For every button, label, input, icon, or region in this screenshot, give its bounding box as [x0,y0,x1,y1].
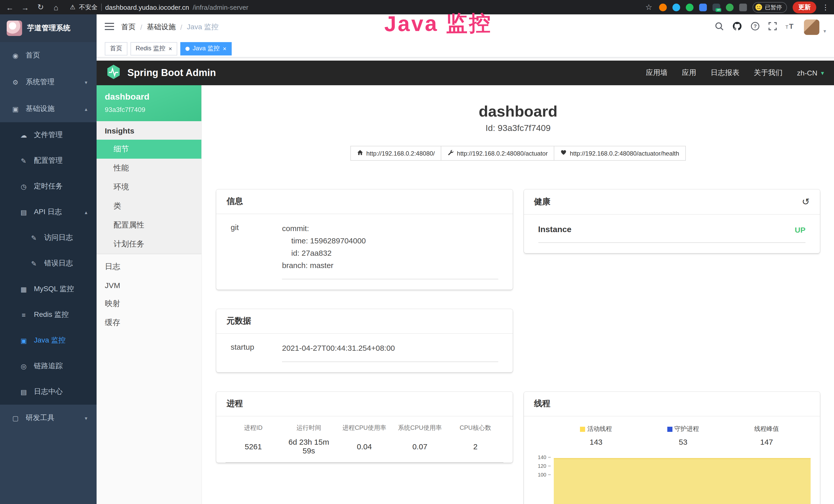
threads-legend: 活动线程 143 守护进程 53 线程峰值 147 [532,423,812,446]
forward-icon[interactable]: → [21,3,30,12]
sidebar-item-access-log[interactable]: ✎ 访问日志 [0,225,96,251]
info-card: 信息 git commit:time: 1596289704000id: 27a… [216,189,512,290]
chevron-down-icon: ▾ [85,79,87,85]
svg-text:T: T [786,25,788,30]
extension-icon-4[interactable] [699,3,707,11]
sidebar-item-config-manage[interactable]: ✎ 配置管理 [0,148,96,174]
hamburger-icon[interactable] [105,22,114,32]
sba-sidebar-item-performance[interactable]: 性能 [96,159,201,178]
app-title: 芋道管理系统 [27,24,70,33]
browser-menu-icon[interactable]: ⋮ [822,3,829,11]
spring-boot-admin: Spring Boot Admin 应用墙应用日志报表关于我们 zh-CN ▼ … [96,61,834,504]
gear-icon: ⚙ [11,78,20,86]
sidebar-item-dev-tools[interactable]: ▢ 研发工具 ▾ [0,405,96,431]
sba-brand-title: Spring Boot Admin [127,67,216,78]
tab-redis-monitor[interactable]: Redis 监控 × [130,42,177,55]
sidebar-item-home[interactable]: ◉ 首页 [0,42,96,69]
svg-text:T: T [789,22,793,30]
update-button[interactable]: 更新 [793,1,816,13]
url-host: dashboard.yudao.iocoder.cn [105,3,189,11]
endpoint-home-button[interactable]: http://192.168.0.2:48080/ [350,146,441,161]
bookmark-star-icon[interactable]: ☆ [644,3,654,12]
sidebar-item-label: API 日志 [34,207,62,217]
back-icon[interactable]: ← [5,3,14,12]
locale-label: zh-CN [797,69,817,77]
help-icon[interactable]: ? [750,22,760,33]
sidebar-item-label: 基础设施 [26,104,54,113]
paused-badge[interactable]: 已暂停 [752,2,787,13]
font-size-icon[interactable]: TT [786,22,796,32]
breadcrumb-separator: / [140,23,142,31]
sidebar-item-log-center[interactable]: ▤ 日志中心 [0,379,96,405]
extension-icon-6[interactable] [726,3,733,11]
endpoint-actuator-button[interactable]: http://192.168.0.2:48080/actuator [441,146,554,161]
reload-icon[interactable]: ↻ [36,3,45,12]
endpoint-health-button[interactable]: http://192.168.0.2:48080/actuator/health [554,146,686,161]
info-card-header: 信息 [216,189,512,214]
breadcrumb-item-infrastructure[interactable]: 基础设施 [147,23,176,32]
sba-sidebar-item-environment[interactable]: 环境 [96,178,201,197]
tab-java-monitor[interactable]: Java 监控 × [180,42,232,55]
sba-sidebar-item-config-props[interactable]: 配置属性 [96,216,201,235]
sidebar-item-trace[interactable]: ◎ 链路追踪 [0,353,96,379]
sidebar-item-scheduled-job[interactable]: ◷ 定时任务 [0,174,96,199]
heartbeat-icon [561,150,567,157]
sba-nav-applications[interactable]: 应用 [682,68,696,77]
sba-sidebar-item-mappings[interactable]: 映射 [96,294,201,313]
sba-nav-wall[interactable]: 应用墙 [646,68,667,77]
sidebar-item-infrastructure[interactable]: ▣ 基础设施 ▴ [0,95,96,122]
sba-sidebar-item-details[interactable]: 细节 [96,140,201,159]
github-icon[interactable] [732,21,742,33]
browser-home-icon[interactable]: ⌂ [51,3,61,12]
sba-nav-journal[interactable]: 日志报表 [711,68,740,77]
sba-nav-about[interactable]: 关于我们 [754,68,783,77]
health-card-title: 健康 [534,197,550,207]
search-icon[interactable] [715,22,724,33]
security-warning-label: 不安全 [79,3,97,12]
process-card-title: 进程 [226,398,243,409]
process-value: 0.07 [392,435,448,462]
locale-select[interactable]: zh-CN ▼ [797,69,825,77]
sba-main: dashboard Id: 93a3fc7f7409 http://192.16… [202,85,834,504]
url-path: /infra/admin-server [193,3,248,11]
history-icon[interactable]: ↺ [802,196,810,207]
sidebar-item-mysql-monitor[interactable]: ▦ MySQL 监控 [0,276,96,302]
sidebar-item-java-monitor[interactable]: ▣ Java 监控 [0,328,96,353]
sidebar-item-error-log[interactable]: ✎ 错误日志 [0,251,96,276]
page-instance-id: Id: 93a3fc7f7409 [216,123,820,134]
process-column-header: 进程ID [225,421,281,435]
sidebar-item-api-log[interactable]: ▤ API 日志 ▴ [0,199,96,225]
sidebar-logo[interactable]: 芋道管理系统 [0,15,96,42]
process-card: 进程 进程ID运行时间进程CPU使用率系统CPU使用率CPU核心数52616d … [216,392,512,463]
sidebar-menu: ◉ 首页 ⚙ 系统管理 ▾ ▣ 基础设施 ▴ ☁ 文件管理 ✎ 配置管理 ◷ 定… [0,42,96,431]
process-value: 2 [448,435,503,462]
sba-sidebar-item-caches[interactable]: 缓存 [96,313,201,332]
sba-header: Spring Boot Admin 应用墙应用日志报表关于我们 zh-CN ▼ [96,61,834,85]
metadata-key: startup [231,342,282,362]
chevron-down-icon: ▼ [820,70,825,76]
extension-icon-3[interactable] [686,3,694,11]
address-bar[interactable]: ⚠ 不安全 dashboard.yudao.iocoder.cn /infra/… [70,3,638,12]
close-icon[interactable]: × [169,45,172,52]
breadcrumb-item-home[interactable]: 首页 [121,23,136,32]
sba-sidebar-item-logs[interactable]: 日志 [96,257,201,276]
avatar[interactable] [804,20,819,35]
extension-icon-2[interactable] [673,3,680,11]
sba-sidebar-item-jvm[interactable]: JVM [96,276,201,294]
sba-sidebar-item-scheduled-tasks[interactable]: 计划任务 [96,235,201,254]
tab-home[interactable]: 首页 [105,42,127,55]
sidebar: 芋道管理系统 ◉ 首页 ⚙ 系统管理 ▾ ▣ 基础设施 ▴ ☁ 文件管理 ✎ 配… [0,15,96,504]
sidebar-item-system[interactable]: ⚙ 系统管理 ▾ [0,69,96,95]
extension-icon-5[interactable]: on [712,3,720,11]
sba-sidebar-item-classes[interactable]: 类 [96,197,201,216]
close-icon[interactable]: × [223,45,226,52]
y-axis-tick: 100 [532,472,550,478]
threads-card-title: 线程 [534,398,550,409]
extension-icon-7[interactable] [739,3,747,11]
sidebar-item-redis-monitor[interactable]: ≡ Redis 监控 [0,302,96,328]
fullscreen-icon[interactable] [768,22,777,33]
extension-icon-1[interactable] [659,3,667,11]
insights-group-label: Insights [96,121,201,140]
sidebar-item-file-manage[interactable]: ☁ 文件管理 [0,122,96,148]
chevron-up-icon: ▴ [85,209,87,215]
